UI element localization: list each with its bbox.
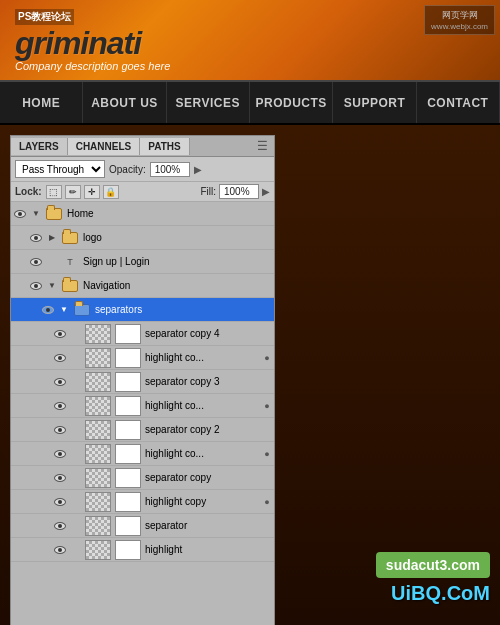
- layer-name: highlight co...: [143, 448, 260, 459]
- logo-text: griminati: [15, 25, 170, 62]
- layer-visibility-toggle[interactable]: [39, 298, 57, 322]
- panel-menu-icon[interactable]: ☰: [251, 136, 274, 156]
- fill-value[interactable]: 100%: [219, 184, 259, 199]
- layer-row[interactable]: separator copy 2: [11, 418, 274, 442]
- lock-icons-group: ⬚ ✏ ✛ 🔒: [46, 185, 119, 199]
- fill-arrow[interactable]: ▶: [262, 186, 270, 197]
- layer-row[interactable]: highlight co... ●: [11, 442, 274, 466]
- blend-mode-row: Pass Through Opacity: 100% ▶: [11, 157, 274, 182]
- layer-visibility-toggle[interactable]: [27, 226, 45, 250]
- layer-thumbnail: [85, 468, 111, 488]
- layer-thumbnail: [85, 516, 111, 536]
- layer-thumbnail: [85, 396, 111, 416]
- layer-row[interactable]: highlight co... ●: [11, 394, 274, 418]
- layer-mask-thumbnail: [115, 516, 141, 536]
- layer-visibility-toggle[interactable]: [51, 442, 69, 466]
- layer-row[interactable]: ▼ Home: [11, 202, 274, 226]
- layer-expand-icon[interactable]: ▶: [45, 233, 59, 242]
- nav-item-products[interactable]: PRODUCTS: [250, 82, 333, 123]
- layer-row[interactable]: ▼ Navigation: [11, 274, 274, 298]
- layer-expand-icon[interactable]: ▼: [57, 305, 71, 314]
- fill-label: Fill:: [200, 186, 216, 197]
- layer-visibility-toggle[interactable]: [51, 466, 69, 490]
- fill-row: Fill: 100% ▶: [200, 184, 270, 199]
- logo-area: PS教程论坛 griminati Company description goe…: [15, 9, 170, 72]
- lock-label: Lock:: [15, 186, 42, 197]
- folder-icon: [61, 277, 79, 295]
- folder-icon: [73, 301, 91, 319]
- layer-visibility-toggle[interactable]: [51, 538, 69, 562]
- layer-name: Home: [65, 208, 274, 219]
- layer-expand-icon[interactable]: ▼: [29, 209, 43, 218]
- layer-row[interactable]: ▶ logo: [11, 226, 274, 250]
- layer-name: highlight co...: [143, 352, 260, 363]
- layer-fx-icon: ●: [260, 401, 274, 411]
- tab-paths[interactable]: PATHS: [140, 138, 189, 155]
- folder-icon: [45, 205, 63, 223]
- sudacut-watermark: sudacut3.com: [376, 552, 490, 578]
- layer-mask-thumbnail: [115, 420, 141, 440]
- layer-mask-thumbnail: [115, 444, 141, 464]
- uibq-watermark: UiBQ.CoM: [376, 582, 490, 605]
- layer-mask-thumbnail: [115, 372, 141, 392]
- layer-thumbnail: [85, 348, 111, 368]
- layer-name: Sign up | Login: [81, 256, 274, 267]
- layer-mask-thumbnail: [115, 348, 141, 368]
- nav-item-support[interactable]: SUPPORT: [333, 82, 416, 123]
- nav-item-contact[interactable]: CONTACT: [417, 82, 500, 123]
- layer-row[interactable]: highlight copy ●: [11, 490, 274, 514]
- layers-tabs-bar: LAYERS CHANNELS PATHS ☰: [11, 136, 274, 157]
- layers-list[interactable]: ▼ Home ▶ logo T Sign up | Login ▼: [11, 202, 274, 625]
- layer-fx-icon: ●: [260, 353, 274, 363]
- layer-fx-icon: ●: [260, 497, 274, 507]
- layer-row[interactable]: separator copy: [11, 466, 274, 490]
- layer-row-selected[interactable]: ▼ separators: [11, 298, 274, 322]
- nav-item-about[interactable]: ABOUT US: [83, 82, 166, 123]
- corner-badge-url: www.webjx.com: [431, 22, 488, 31]
- tab-layers[interactable]: LAYERS: [11, 138, 68, 155]
- layer-visibility-toggle[interactable]: [51, 490, 69, 514]
- layer-thumbnail: [85, 492, 111, 512]
- layer-row[interactable]: highlight co... ●: [11, 346, 274, 370]
- layer-row[interactable]: T Sign up | Login: [11, 250, 274, 274]
- layer-name: highlight copy: [143, 496, 260, 507]
- layer-thumbnail: [85, 444, 111, 464]
- layer-visibility-toggle[interactable]: [51, 370, 69, 394]
- layer-visibility-toggle[interactable]: [51, 418, 69, 442]
- opacity-value[interactable]: 100%: [150, 162, 190, 177]
- nav-item-services[interactable]: SERVICES: [167, 82, 250, 123]
- layer-name: highlight co...: [143, 400, 260, 411]
- layer-visibility-toggle[interactable]: [27, 250, 45, 274]
- layer-visibility-toggle[interactable]: [51, 346, 69, 370]
- opacity-arrow[interactable]: ▶: [194, 164, 202, 175]
- layer-visibility-toggle[interactable]: [51, 394, 69, 418]
- layer-name: separator copy 4: [143, 328, 274, 339]
- layer-visibility-toggle[interactable]: [27, 274, 45, 298]
- layer-visibility-toggle[interactable]: [11, 202, 29, 226]
- corner-badge: 网页学网 www.webjx.com: [424, 5, 495, 35]
- blend-mode-select[interactable]: Pass Through: [15, 160, 105, 178]
- header: PS教程论坛 griminati Company description goe…: [0, 0, 500, 80]
- tab-channels[interactable]: CHANNELS: [68, 138, 141, 155]
- layer-visibility-toggle[interactable]: [51, 322, 69, 346]
- lock-position-icon[interactable]: ✛: [84, 185, 100, 199]
- lock-all-icon[interactable]: 🔒: [103, 185, 119, 199]
- lock-transparent-icon[interactable]: ⬚: [46, 185, 62, 199]
- layer-mask-thumbnail: [115, 492, 141, 512]
- navigation-bar: HOME ABOUT US SERVICES PRODUCTS SUPPORT …: [0, 80, 500, 125]
- folder-icon: [61, 229, 79, 247]
- layer-visibility-toggle[interactable]: [51, 514, 69, 538]
- layer-mask-thumbnail: [115, 468, 141, 488]
- layer-row[interactable]: separator: [11, 514, 274, 538]
- layer-row[interactable]: highlight: [11, 538, 274, 562]
- layers-panel: LAYERS CHANNELS PATHS ☰ Pass Through Opa…: [10, 135, 275, 625]
- layer-name: separators: [93, 304, 274, 315]
- nav-item-home[interactable]: HOME: [0, 82, 83, 123]
- layer-expand-icon[interactable]: ▼: [45, 281, 59, 290]
- layer-row[interactable]: separator copy 3: [11, 370, 274, 394]
- layer-thumbnail: [85, 540, 111, 560]
- layer-row[interactable]: separator copy 4: [11, 322, 274, 346]
- layer-mask-thumbnail: [115, 324, 141, 344]
- lock-image-icon[interactable]: ✏: [65, 185, 81, 199]
- layer-name: separator: [143, 520, 274, 531]
